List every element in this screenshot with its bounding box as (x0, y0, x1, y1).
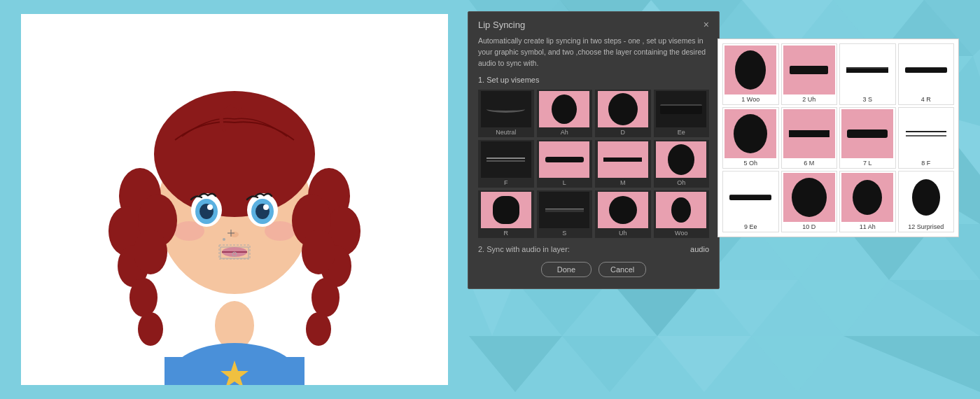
viseme-neutral-label: Neutral (496, 129, 516, 136)
svg-point-76 (306, 312, 331, 346)
viseme-l-label: L (563, 179, 566, 186)
viseme-f-label: F (504, 179, 508, 186)
dialog-buttons: Done Cancel (478, 262, 709, 277)
vp-r[interactable]: 4 R (898, 43, 955, 105)
viseme-woo[interactable]: Woo (654, 190, 710, 238)
svg-point-86 (263, 204, 269, 210)
viseme-l[interactable]: L (537, 140, 593, 188)
viseme-ah-label: Ah (561, 129, 568, 136)
viseme-uh-label: Uh (619, 230, 627, 237)
viseme-m[interactable]: M (595, 140, 651, 188)
viseme-oh-label: Oh (677, 179, 685, 186)
viseme-uh[interactable]: Uh (595, 190, 651, 238)
viseme-s-label: S (562, 230, 566, 237)
svg-point-94 (223, 238, 225, 241)
svg-point-62 (154, 91, 315, 217)
svg-point-87 (230, 232, 239, 237)
vp-m-label: 6 M (804, 160, 814, 167)
viseme-m-label: M (620, 179, 626, 186)
cancel-button[interactable]: Cancel (598, 262, 646, 277)
svg-point-78 (302, 230, 335, 274)
character-container (21, 14, 448, 385)
vp-ah[interactable]: 11 Ah (839, 171, 896, 232)
viseme-f[interactable]: F (478, 140, 534, 188)
viseme-d[interactable]: D (595, 90, 651, 137)
vp-r-label: 4 R (921, 96, 931, 103)
vp-surprised-label: 12 Surprised (908, 223, 944, 230)
svg-point-69 (138, 312, 163, 346)
svg-point-57 (215, 301, 254, 350)
dialog-title-bar: Lip Syncing × (478, 19, 709, 30)
svg-point-75 (312, 278, 340, 317)
step1-label: 1. Set up visemes (478, 76, 709, 84)
dialog-description: Automatically create lip syncing in two … (478, 36, 709, 69)
viseme-r-label: R (504, 230, 509, 237)
vp-s[interactable]: 3 S (839, 43, 896, 105)
vp-d-label: 10 D (802, 223, 816, 230)
vp-l[interactable]: 7 L (839, 107, 896, 169)
step2-label: 2. Sync with audio in layer: (478, 245, 690, 253)
vp-ee[interactable]: 9 Ee (722, 171, 779, 232)
viseme-grid: Neutral Ah D Ee F (478, 90, 709, 238)
viseme-d-label: D (621, 129, 626, 136)
vp-oh-label: 5 Oh (743, 160, 757, 167)
lip-sync-dialog: Lip Syncing × Automatically create lip s… (468, 11, 720, 289)
vp-woo[interactable]: 1 Woo (722, 43, 779, 105)
viseme-oh[interactable]: Oh (654, 140, 710, 188)
viseme-ee[interactable]: Ee (654, 90, 710, 137)
viseme-ee-label: Ee (678, 129, 685, 136)
vp-f[interactable]: 8 F (898, 107, 955, 169)
svg-point-68 (130, 278, 158, 317)
vp-d[interactable]: 10 D (781, 171, 838, 232)
viseme-ah[interactable]: Ah (537, 90, 593, 137)
viseme-panel: 1 Woo 2 Uh 3 S 4 R 5 Oh (718, 38, 959, 237)
viseme-s[interactable]: S (537, 190, 593, 238)
vp-grid: 1 Woo 2 Uh 3 S 4 R 5 Oh (722, 43, 954, 232)
vp-uh-label: 2 Uh (802, 96, 816, 103)
viseme-neutral[interactable]: Neutral (478, 90, 534, 137)
svg-point-71 (134, 230, 167, 274)
vp-s-label: 3 S (862, 96, 872, 103)
vp-l-label: 7 L (863, 160, 872, 167)
dialog-title: Lip Syncing (478, 20, 525, 30)
vp-ah-label: 11 Ah (860, 223, 876, 230)
vp-m[interactable]: 6 M (781, 107, 838, 169)
audio-row: 2. Sync with audio in layer: audio (478, 245, 709, 253)
viseme-r[interactable]: R (478, 190, 534, 238)
svg-point-82 (207, 204, 213, 210)
dialog-close-button[interactable]: × (704, 19, 709, 30)
vp-ee-label: 9 Ee (744, 223, 757, 230)
vp-surprised[interactable]: 12 Surprised (898, 171, 955, 232)
character-svg (21, 14, 448, 385)
vp-f-label: 8 F (921, 160, 930, 167)
vp-uh[interactable]: 2 Uh (781, 43, 838, 105)
audio-value: audio (690, 245, 709, 253)
viseme-woo-label: Woo (675, 230, 687, 237)
vp-oh[interactable]: 5 Oh (722, 107, 779, 169)
done-button[interactable]: Done (541, 262, 592, 277)
vp-woo-label: 1 Woo (741, 96, 760, 103)
